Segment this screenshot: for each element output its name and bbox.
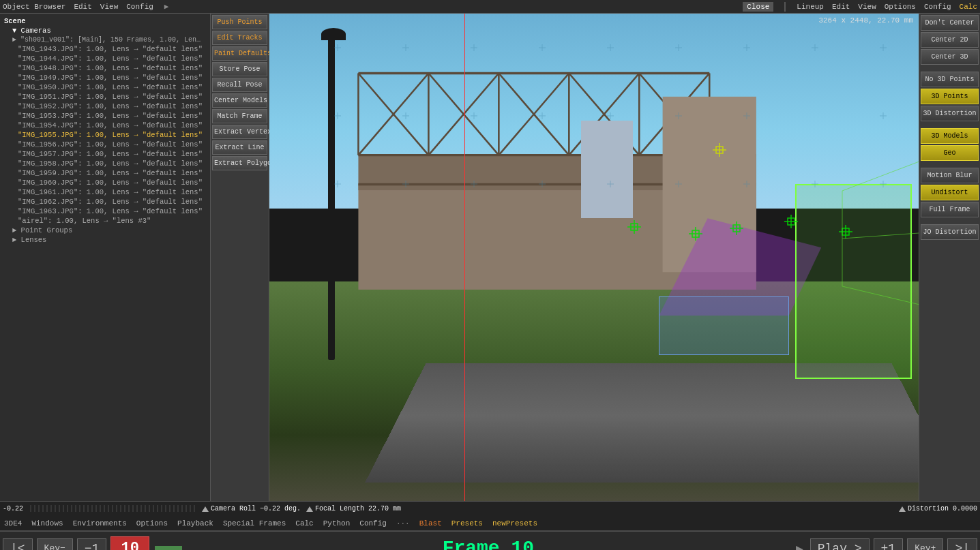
close-button[interactable]: Close bbox=[743, 2, 773, 12]
menu-presets[interactable]: Presets bbox=[451, 519, 483, 528]
img-1944[interactable]: "IMG_1944.JPG": 1.00, Lens → "default le… bbox=[1, 54, 209, 63]
recall-pose-btn[interactable]: Recall Pose bbox=[212, 78, 267, 92]
tree-shot[interactable]: ► "sh001_v001": [Main], 150 Frames, 1.00… bbox=[1, 35, 209, 44]
3d-models-btn[interactable]: 3D Models bbox=[921, 128, 979, 144]
first-frame-btn[interactable]: |< bbox=[3, 538, 33, 551]
key-plus-btn[interactable]: Key+ bbox=[907, 538, 943, 550]
img-1962[interactable]: "IMG_1962.JPG": 1.00, Lens → "default le… bbox=[1, 197, 209, 207]
menu-playback[interactable]: Playback bbox=[177, 519, 213, 528]
playback-toolbar: |< Key− −1 10 Frame 10 ▶ Play > +1 Key+ … bbox=[0, 531, 980, 550]
img-1959[interactable]: "IMG_1959.JPG": 1.00, Lens → "default le… bbox=[1, 168, 209, 178]
tree-lenses[interactable]: ► Lenses bbox=[1, 235, 209, 245]
img-1957[interactable]: "IMG_1957.JPG": 1.00, Lens → "default le… bbox=[1, 149, 209, 159]
paint-defaults-btn[interactable]: Paint Defaults bbox=[212, 46, 267, 61]
img-1954[interactable]: "IMG_1954.JPG": 1.00, Lens → "default le… bbox=[1, 121, 209, 130]
action-buttons-panel: Push Points Edit Tracks Paint Defaults S… bbox=[211, 14, 269, 501]
menu-blast[interactable]: Blast bbox=[419, 519, 442, 528]
background-building bbox=[581, 121, 633, 218]
model-overlay-green bbox=[795, 184, 912, 379]
img-1953[interactable]: "IMG_1953.JPG": 1.00, Lens → "default le… bbox=[1, 111, 209, 121]
menu-config2[interactable]: Config bbox=[924, 3, 951, 11]
match-frame-btn[interactable]: Match Frame bbox=[212, 109, 267, 123]
img-1958[interactable]: "IMG_1958.JPG": 1.00, Lens → "default le… bbox=[1, 159, 209, 168]
distortion-value: Distortion 0.0000 bbox=[908, 505, 977, 513]
focal-length-value: Focal Length 22.70 mm bbox=[315, 505, 401, 513]
plus1-btn[interactable]: +1 bbox=[874, 538, 904, 551]
img-1943[interactable]: "IMG_1943.JPG": 1.00, Lens → "default le… bbox=[1, 44, 209, 54]
focal-length-icon bbox=[306, 506, 313, 512]
full-frame-btn[interactable]: Full Frame bbox=[921, 202, 979, 217]
menu-python[interactable]: Python bbox=[323, 519, 351, 528]
img-1956[interactable]: "IMG_1956.JPG": 1.00, Lens → "default le… bbox=[1, 140, 209, 149]
menu-lineup[interactable]: Lineup bbox=[797, 3, 824, 11]
3d-points-btn[interactable]: 3D Points bbox=[921, 89, 979, 104]
camera-roll-value: Camera Roll −0.22 deg. bbox=[211, 505, 301, 513]
last-frame-btn[interactable]: >| bbox=[947, 538, 977, 551]
center-3d-btn[interactable]: Center 3D bbox=[921, 49, 979, 65]
push-points-btn[interactable]: Push Points bbox=[212, 15, 267, 29]
right-panel: Don't Center Center 2D Center 3D No 3D P… bbox=[919, 14, 980, 501]
menu-edit[interactable]: Edit bbox=[74, 3, 91, 11]
menu-view[interactable]: View bbox=[100, 3, 118, 11]
menu-environments[interactable]: Environments bbox=[73, 519, 127, 528]
menu-object-browser[interactable]: Object Browser bbox=[3, 3, 65, 11]
3d-distortion-btn[interactable]: 3D Distortion bbox=[921, 106, 979, 121]
img-1950[interactable]: "IMG_1950.JPG": 1.00, Lens → "default le… bbox=[1, 82, 209, 92]
menu-calc2[interactable]: Calc bbox=[295, 519, 313, 528]
menu-options2[interactable]: Options bbox=[136, 519, 168, 528]
menu-options[interactable]: Options bbox=[885, 3, 916, 11]
bottom-menu: 3DE4 Windows Environments Options Playba… bbox=[0, 516, 980, 531]
menu-view2[interactable]: View bbox=[858, 3, 876, 11]
menu-calc[interactable]: Calc bbox=[960, 3, 977, 11]
img-1960[interactable]: "IMG_1960.JPG": 1.00, Lens → "default le… bbox=[1, 178, 209, 187]
camera-line bbox=[464, 14, 465, 501]
viewport-info: 3264 x 2448, 22.70 mm bbox=[818, 16, 913, 25]
key-minus-btn[interactable]: Key− bbox=[37, 538, 73, 550]
undistort-btn[interactable]: Undistort bbox=[921, 185, 979, 200]
minus1-btn[interactable]: −1 bbox=[77, 538, 107, 551]
no-3d-points-btn[interactable]: No 3D Points bbox=[921, 72, 979, 87]
img-1948[interactable]: "IMG_1948.JPG": 1.00, Lens → "default le… bbox=[1, 63, 209, 73]
extract-vertex-btn[interactable]: Extract Vertex bbox=[212, 125, 267, 139]
img-1951[interactable]: "IMG_1951.JPG": 1.00, Lens → "default le… bbox=[1, 92, 209, 102]
store-pose-btn[interactable]: Store Pose bbox=[212, 62, 267, 76]
camera-roll-item: Camera Roll −0.22 deg. bbox=[202, 505, 301, 513]
img-1949[interactable]: "IMG_1949.JPG": 1.00, Lens → "default le… bbox=[1, 73, 209, 82]
distortion-icon bbox=[899, 506, 906, 512]
distortion-item: Distortion 0.0000 bbox=[899, 505, 977, 513]
object-tree: Scene ▼ Cameras ► "sh001_v001": [Main], … bbox=[0, 14, 210, 501]
center-2d-btn[interactable]: Center 2D bbox=[921, 32, 979, 48]
jo-distortion-btn[interactable]: JO Distortion bbox=[921, 224, 979, 240]
lamp-pole bbox=[328, 33, 335, 360]
scene-viewport[interactable]: 3264 x 2448, 22.70 mm bbox=[269, 14, 919, 501]
extract-line-btn[interactable]: Extract Line bbox=[212, 140, 267, 155]
frame-number-btn[interactable]: 10 bbox=[110, 536, 149, 550]
img-1955[interactable]: "IMG_1955.JPG": 1.00, Lens → "default le… bbox=[1, 130, 209, 140]
menu-3de4[interactable]: 3DE4 bbox=[4, 519, 22, 528]
camera-roll-icon bbox=[202, 506, 209, 512]
play-btn[interactable]: Play > bbox=[810, 538, 870, 551]
edit-tracks-btn[interactable]: Edit Tracks bbox=[212, 31, 267, 45]
status-bar: -0.22 ||||||||||||||||||||||||||||||||||… bbox=[0, 501, 980, 516]
dont-center-btn[interactable]: Don't Center bbox=[921, 15, 979, 31]
img-1961[interactable]: "IMG_1961.JPG": 1.00, Lens → "default le… bbox=[1, 187, 209, 197]
motion-blur-btn[interactable]: Motion Blur bbox=[921, 168, 979, 183]
img-airel[interactable]: "airel": 1.00, Lens → "lens #3" bbox=[1, 216, 209, 226]
geo-btn[interactable]: Geo bbox=[921, 145, 979, 161]
tree-point-groups[interactable]: ► Point Groups bbox=[1, 226, 209, 235]
menu-edit2[interactable]: Edit bbox=[832, 3, 850, 11]
menu-new-presets[interactable]: newPresets bbox=[492, 519, 537, 528]
center-models-btn[interactable]: Center Models bbox=[212, 93, 267, 108]
road bbox=[366, 363, 919, 482]
menu-special-frames[interactable]: Special Frames bbox=[223, 519, 286, 528]
menu-config[interactable]: Config bbox=[126, 3, 153, 11]
img-1952[interactable]: "IMG_1952.JPG": 1.00, Lens → "default le… bbox=[1, 102, 209, 111]
fence-element bbox=[659, 296, 788, 355]
status-value1: -0.22 bbox=[3, 505, 23, 513]
menu-config3[interactable]: Config bbox=[359, 519, 387, 528]
tree-cameras[interactable]: ▼ Cameras bbox=[1, 26, 209, 35]
status-separator1: ||||||||||||||||||||||||||||||||||||||||… bbox=[29, 505, 196, 513]
img-1963[interactable]: "IMG_1963.JPG": 1.00, Lens → "default le… bbox=[1, 207, 209, 216]
menu-windows[interactable]: Windows bbox=[31, 519, 63, 528]
extract-polygon-btn[interactable]: Extract Polygon bbox=[212, 156, 267, 170]
